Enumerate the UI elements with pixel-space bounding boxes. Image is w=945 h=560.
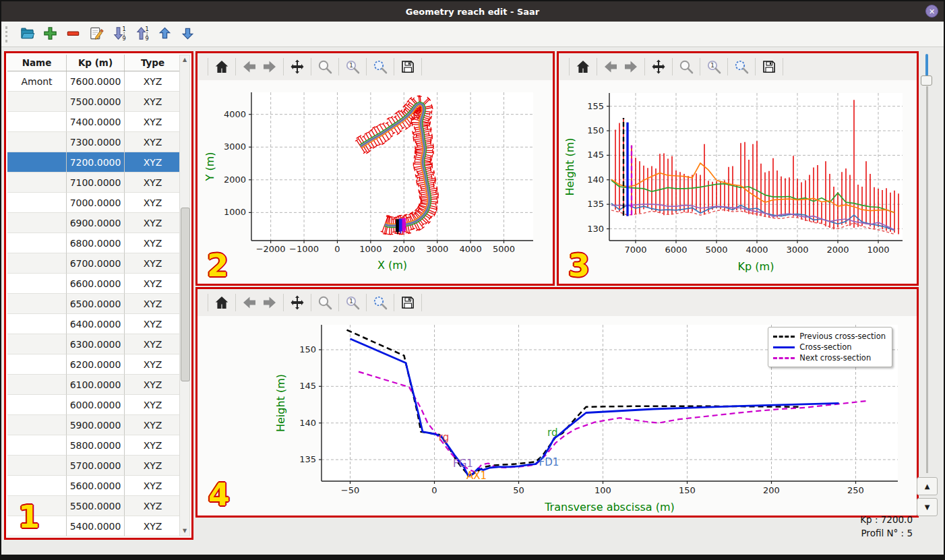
table-cell[interactable]: XYZ <box>125 456 181 476</box>
table-cell[interactable]: XYZ <box>125 496 181 516</box>
table-cell[interactable] <box>7 435 67 456</box>
table-row[interactable]: 7500.0000XYZ <box>7 92 181 112</box>
long-profile-plot[interactable]: 7000600050004000300020001000130135140145… <box>559 80 917 284</box>
close-button[interactable]: ✕ <box>925 5 938 18</box>
home-icon[interactable] <box>573 57 593 77</box>
table-row[interactable]: 6100.0000XYZ <box>7 375 181 395</box>
save-icon[interactable] <box>398 292 418 313</box>
plan-view-plot[interactable]: −2000−1000010002000300040005000100020003… <box>197 80 553 284</box>
table-cell[interactable]: 6800.0000 <box>67 233 125 253</box>
table-cell[interactable]: XYZ <box>125 71 181 92</box>
table-cell[interactable]: XYZ <box>125 193 181 213</box>
table-row[interactable]: Amont7600.0000XYZ <box>7 71 181 92</box>
table-cell[interactable]: XYZ <box>125 435 181 456</box>
table-row[interactable]: 6700.0000XYZ <box>7 253 181 274</box>
table-cell[interactable]: 6200.0000 <box>67 354 125 375</box>
table-cell[interactable]: XYZ <box>125 294 181 314</box>
table-row[interactable]: 5700.0000XYZ <box>7 456 181 476</box>
move-down-icon[interactable] <box>179 24 196 42</box>
table-row[interactable]: 7000.0000XYZ <box>7 193 181 213</box>
table-cell[interactable] <box>7 253 67 274</box>
table-cell[interactable]: XYZ <box>125 152 181 173</box>
table-cell[interactable]: XYZ <box>125 112 181 132</box>
table-cell[interactable] <box>7 476 67 496</box>
table-cell[interactable] <box>7 415 67 435</box>
table-cell[interactable]: 5600.0000 <box>67 476 125 496</box>
table-cell[interactable] <box>7 213 67 233</box>
table-cell[interactable] <box>7 354 67 375</box>
table-cell[interactable]: XYZ <box>125 334 181 354</box>
table-cell[interactable]: 6000.0000 <box>67 395 125 415</box>
table-cell[interactable]: XYZ <box>125 516 181 536</box>
edit-icon[interactable] <box>87 24 104 42</box>
table-cell[interactable]: 7500.0000 <box>67 92 125 112</box>
remove-icon[interactable] <box>64 24 82 42</box>
table-cell[interactable] <box>7 294 67 314</box>
table-row[interactable]: 7100.0000XYZ <box>7 173 181 193</box>
column-header-name[interactable]: Name <box>7 55 67 71</box>
forward-icon[interactable] <box>621 57 641 77</box>
table-cell[interactable]: 7600.0000 <box>67 71 125 92</box>
table-row[interactable]: 6200.0000XYZ <box>7 354 181 375</box>
sort-descending-icon[interactable]: 19 <box>110 24 127 42</box>
table-cell[interactable]: 7000.0000 <box>67 193 125 213</box>
save-icon[interactable] <box>759 57 779 77</box>
table-row[interactable]: 6000.0000XYZ <box>7 395 181 415</box>
table-row[interactable]: 6500.0000XYZ <box>7 294 181 314</box>
table-cell[interactable]: XYZ <box>125 92 181 112</box>
table-cell[interactable]: XYZ <box>125 173 181 193</box>
zoom-select-icon[interactable] <box>370 57 390 77</box>
zoom-select-icon[interactable] <box>731 57 752 77</box>
table-cell[interactable]: 6700.0000 <box>67 253 125 274</box>
table-cell[interactable]: XYZ <box>125 476 181 496</box>
table-cell[interactable]: 6500.0000 <box>67 294 125 314</box>
pan-icon[interactable] <box>648 57 669 77</box>
move-up-icon[interactable] <box>156 24 173 42</box>
zoom-one-icon[interactable]: 1 <box>704 57 724 77</box>
table-row[interactable]: 7300.0000XYZ <box>7 132 181 152</box>
profile-slider-track-active[interactable] <box>925 54 928 76</box>
table-cell[interactable]: XYZ <box>125 395 181 415</box>
next-profile-button[interactable]: ▼ <box>917 498 938 516</box>
table-cell[interactable]: XYZ <box>125 314 181 334</box>
column-header-kp-m-[interactable]: Kp (m) <box>67 55 125 71</box>
home-icon[interactable] <box>212 292 232 313</box>
table-cell[interactable]: 5900.0000 <box>67 415 125 435</box>
zoom-icon[interactable] <box>315 57 335 77</box>
table-cell[interactable]: 6100.0000 <box>67 375 125 395</box>
back-icon[interactable] <box>239 57 260 77</box>
table-cell[interactable] <box>7 334 67 354</box>
forward-icon[interactable] <box>260 57 280 77</box>
profile-slider-track[interactable] <box>926 86 928 473</box>
table-cell[interactable] <box>7 274 67 294</box>
table-row[interactable]: 6300.0000XYZ <box>7 334 181 354</box>
add-icon[interactable] <box>41 24 59 42</box>
table-row[interactable]: 6900.0000XYZ <box>7 213 181 233</box>
table-cell[interactable] <box>7 375 67 395</box>
table-cell[interactable]: 5400.0000 <box>67 516 125 536</box>
table-row[interactable]: 5900.0000XYZ <box>7 415 181 435</box>
previous-profile-button[interactable]: ▲ <box>917 477 938 495</box>
table-cell[interactable] <box>7 395 67 415</box>
table-cell[interactable]: 5700.0000 <box>67 456 125 476</box>
table-row[interactable]: 6600.0000XYZ <box>7 274 181 294</box>
table-cell[interactable]: XYZ <box>125 274 181 294</box>
table-cell[interactable]: 7300.0000 <box>67 132 125 152</box>
toolbar-grip-handle[interactable] <box>5 26 11 42</box>
scroll-down-icon[interactable]: ▼ <box>180 526 189 536</box>
table-cell[interactable] <box>7 233 67 253</box>
table-row[interactable]: 5600.0000XYZ <box>7 476 181 496</box>
table-row[interactable]: 6400.0000XYZ <box>7 314 181 334</box>
table-cell[interactable]: 5800.0000 <box>67 435 125 456</box>
open-folder-icon[interactable] <box>18 24 36 42</box>
zoom-select-icon[interactable] <box>370 292 390 313</box>
zoom-icon[interactable] <box>315 292 335 313</box>
table-cell[interactable]: 7100.0000 <box>67 173 125 193</box>
table-cell[interactable]: XYZ <box>125 132 181 152</box>
table-cell[interactable] <box>7 92 67 112</box>
table-cell[interactable]: XYZ <box>125 233 181 253</box>
forward-icon[interactable] <box>260 292 280 313</box>
table-cell[interactable]: 6600.0000 <box>67 274 125 294</box>
table-row[interactable]: 7400.0000XYZ <box>7 112 181 132</box>
back-icon[interactable] <box>601 57 621 77</box>
